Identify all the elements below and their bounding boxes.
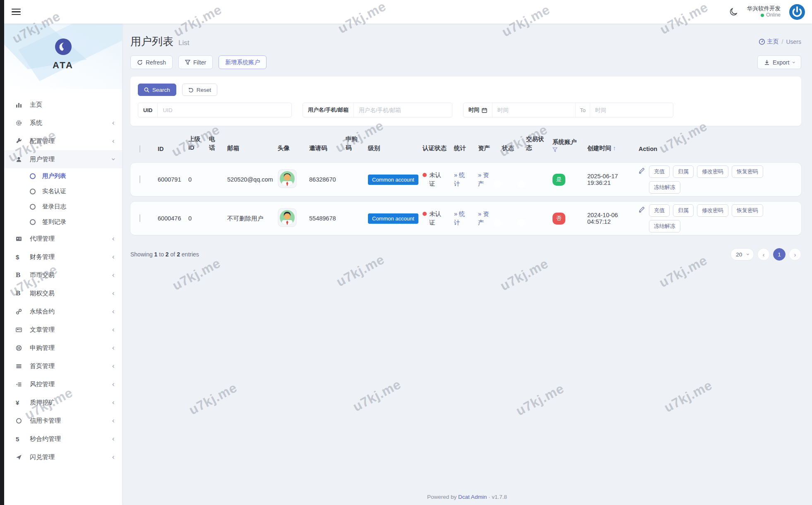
next-page-button[interactable]: ›: [789, 248, 801, 261]
sidebar-item-user-management[interactable]: 用户管理 ‹: [4, 150, 122, 168]
sidebar-subitem-label: 实名认证: [42, 187, 66, 195]
attribution-button[interactable]: 归属: [673, 165, 694, 178]
assets-link[interactable]: » 资产: [478, 171, 493, 188]
sidebar-item-homepage[interactable]: 首页管理 ‹: [4, 357, 122, 375]
uid-input[interactable]: [158, 107, 291, 113]
user-avatar[interactable]: [278, 208, 297, 227]
dark-mode-moon-icon[interactable]: [729, 7, 739, 17]
user-avatar[interactable]: [278, 169, 297, 188]
bitcoin-icon: B: [16, 289, 30, 297]
sidebar-item-agent[interactable]: 代理管理 ‹: [4, 230, 122, 248]
cell-id: 6000476: [158, 215, 188, 222]
sidebar-item-system[interactable]: 系统 ‹: [4, 114, 122, 132]
sidebar-item-spot-trade[interactable]: B 币币交易 ‹: [4, 266, 122, 284]
dcat-admin-link[interactable]: Dcat Admin: [458, 494, 487, 500]
row-checkbox[interactable]: [139, 214, 140, 222]
online-label: Online: [766, 12, 781, 19]
system-account-badge: 是: [553, 174, 565, 186]
time-end-input[interactable]: [590, 107, 673, 113]
sidebar-item-seconds-contract[interactable]: 5 秒合约管理 ‹: [4, 430, 122, 448]
search-icon: [144, 87, 149, 93]
search-button[interactable]: Search: [138, 84, 176, 96]
select-all-checkbox[interactable]: [139, 145, 140, 153]
recover-password-button[interactable]: 恢复密码: [732, 165, 763, 178]
page-subtitle: List: [178, 39, 189, 47]
stats-link[interactable]: » 统计: [454, 171, 469, 188]
version-label: v1.7.8: [492, 494, 507, 500]
prev-page-button[interactable]: ‹: [757, 248, 770, 261]
sidebar-subitem-login-log[interactable]: 登录日志: [4, 199, 122, 214]
page-1-button[interactable]: 1: [773, 248, 786, 261]
edit-pencil-icon[interactable]: [639, 206, 645, 213]
sidebar-item-credit-card[interactable]: 信用卡管理 ‹: [4, 412, 122, 430]
change-password-button[interactable]: 修改密码: [697, 165, 728, 178]
per-page-select[interactable]: 20 ‹: [730, 248, 754, 261]
col-header-created-at[interactable]: 创建时间↑: [587, 144, 639, 152]
recharge-button[interactable]: 充值: [649, 204, 670, 217]
sidebar-item-home[interactable]: 主页: [4, 96, 122, 114]
sidebar-item-staking-mining[interactable]: ¥ 质押挖矿 ‹: [4, 393, 122, 412]
sidebar-item-label: 文章管理: [30, 326, 112, 334]
sidebar-item-finance[interactable]: $ 财务管理 ‹: [4, 248, 122, 266]
hamburger-menu-icon[interactable]: [12, 7, 21, 17]
filter-button[interactable]: Filter: [178, 55, 213, 69]
page-title: 用户列表: [130, 34, 173, 49]
row-checkbox[interactable]: [139, 175, 140, 183]
sidebar-item-config[interactable]: 配置管理 ‹: [4, 132, 122, 150]
cell-invite-code: 55489678: [309, 215, 346, 222]
user-block[interactable]: 华兴软件开发 Online: [747, 5, 781, 19]
sidebar-item-perpetual[interactable]: 永续合约 ‹: [4, 302, 122, 321]
col-header-phone: 电话: [209, 135, 227, 152]
cell-auth-status: 未认证: [423, 210, 454, 227]
newspaper-icon: [16, 327, 30, 333]
export-button[interactable]: Export ‹: [757, 55, 801, 69]
sidebar-item-options-trade[interactable]: B 期权交易 ‹: [4, 284, 122, 302]
radio-circle-icon: [30, 173, 36, 179]
time-start-input[interactable]: [492, 107, 575, 113]
add-system-account-button[interactable]: 新增系统账户: [219, 55, 267, 69]
chevron-left-icon: ‹: [112, 289, 115, 297]
footer-separator: ·: [488, 494, 490, 500]
edit-pencil-icon[interactable]: [639, 167, 645, 174]
sidebar: ATA 主页 系统 ‹ 配置管理 ‹ 用户管理 ‹: [4, 24, 122, 505]
sidebar-item-label: 财务管理: [30, 253, 112, 261]
radio-circle-icon: [30, 189, 36, 194]
col-header-status: 状态: [502, 144, 526, 152]
column-filter-funnel-icon[interactable]: [553, 147, 557, 152]
sidebar-item-label: 闪兑管理: [30, 453, 112, 461]
reset-button[interactable]: Reset: [182, 84, 217, 96]
sidebar-subitem-user-list[interactable]: 用户列表: [4, 168, 122, 184]
refresh-button[interactable]: Refresh: [130, 55, 173, 69]
attribution-button[interactable]: 归属: [673, 204, 694, 217]
cell-invite-code: 86328670: [309, 176, 346, 183]
sidebar-subitem-real-name-auth[interactable]: 实名认证: [4, 184, 122, 199]
funnel-icon: [185, 60, 190, 65]
stats-link[interactable]: » 统计: [454, 210, 469, 227]
assets-link[interactable]: » 资产: [478, 210, 493, 227]
status-dot-icon: [423, 173, 427, 177]
sidebar-item-flash-swap[interactable]: 闪兑管理 ‹: [4, 448, 122, 466]
sidebar-item-label: 信用卡管理: [30, 417, 112, 425]
dollar-icon: $: [16, 254, 30, 261]
user-avatar[interactable]: [789, 4, 805, 20]
recover-password-button[interactable]: 恢复密码: [732, 204, 763, 217]
freeze-unfreeze-button[interactable]: 冻结解冻: [649, 181, 680, 194]
cell-avatar: [278, 208, 309, 229]
username-input[interactable]: [354, 107, 452, 113]
chevron-left-icon: ‹: [112, 137, 115, 145]
breadcrumb-home-link[interactable]: 主页: [759, 38, 779, 45]
sidebar-item-risk-control[interactable]: 风控管理 ‹: [4, 375, 122, 393]
change-password-button[interactable]: 修改密码: [697, 204, 728, 217]
app-logo-text: ATA: [4, 60, 122, 71]
sidebar-item-articles[interactable]: 文章管理 ‹: [4, 321, 122, 339]
sidebar-subitem-checkin-log[interactable]: 签到记录: [4, 214, 122, 230]
sidebar-subitem-label: 用户列表: [42, 172, 66, 180]
cell-action: 充值 归属 修改密码 恢复密码 冻结解冻: [639, 204, 784, 232]
time-filter-group: 时间 To: [463, 103, 673, 117]
breadcrumb-separator: /: [782, 38, 783, 45]
sidebar-item-subscription[interactable]: 申购管理 ‹: [4, 339, 122, 357]
chevron-left-icon: ‹: [112, 362, 115, 370]
recharge-button[interactable]: 充值: [649, 165, 670, 178]
freeze-unfreeze-button[interactable]: 冻结解冻: [649, 220, 680, 232]
sidebar-item-label: 秒合约管理: [30, 435, 112, 443]
